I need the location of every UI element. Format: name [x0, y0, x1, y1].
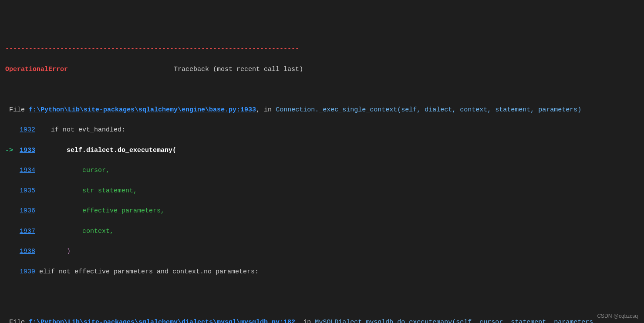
arrow-gutter [5, 268, 17, 276]
arrow-gutter [5, 167, 17, 174]
code-line: self.dialect.do_executemany( [35, 147, 176, 154]
code-line: str_statement, [35, 187, 137, 195]
arrow-gutter [5, 248, 17, 255]
line-number[interactable]: 1939 [17, 267, 35, 277]
file-label: File [5, 319, 29, 323]
line-number[interactable]: 1936 [17, 206, 35, 216]
code-line: context, [35, 228, 114, 235]
arrow-gutter [5, 126, 17, 134]
arrow-gutter [5, 207, 17, 215]
watermark: CSDN @cqbzcsq [597, 312, 638, 320]
traceback-file-link[interactable]: f:\Python\Lib\site-packages\sqlalchemy\e… [29, 106, 256, 114]
line-number[interactable]: 1935 [17, 186, 35, 196]
in-label: , in [256, 106, 276, 114]
arrow-gutter [5, 187, 17, 195]
error-title: OperationalError [5, 66, 68, 73]
func-name: Connection._exec_single_context(self, di… [276, 106, 581, 114]
in-label: , in [295, 319, 315, 323]
traceback-file-link[interactable]: f:\Python\Lib\site-packages\sqlalchemy\d… [29, 319, 295, 323]
code-line: cursor, [35, 167, 110, 174]
spacer [68, 66, 174, 73]
separator-dashes: ----------------------------------------… [5, 45, 299, 53]
line-number[interactable]: 1938 [17, 246, 35, 256]
func-name: MySQLDialect_mysqldb.do_executemany(self… [315, 319, 597, 323]
file-label: File [5, 106, 29, 114]
arrow-gutter: -> [5, 147, 17, 154]
line-number[interactable]: 1933 [17, 145, 35, 155]
code-line: if not evt_handled: [35, 126, 125, 134]
line-number[interactable]: 1934 [17, 165, 35, 175]
arrow-gutter [5, 228, 17, 235]
line-number[interactable]: 1937 [17, 226, 35, 236]
code-line: effective_parameters, [35, 207, 165, 215]
code-line: ) [35, 248, 71, 255]
line-number[interactable]: 1932 [17, 125, 35, 135]
traceback-label: Traceback (most recent call last) [174, 66, 303, 73]
code-line: elif not effective_parameters and contex… [35, 268, 259, 276]
